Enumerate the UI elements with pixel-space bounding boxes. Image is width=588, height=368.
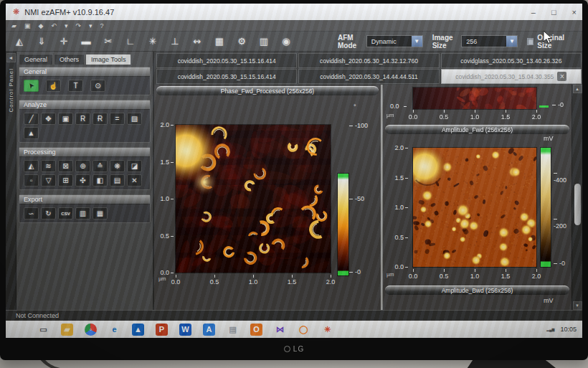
- undo-icon[interactable]: ↶: [51, 22, 57, 29]
- distance-tool[interactable]: ✥: [41, 113, 56, 125]
- frequency-sweep-icon[interactable]: ↭: [191, 36, 204, 47]
- original-size-checkbox[interactable]: [527, 38, 534, 45]
- tool-glyph: ▤: [114, 176, 120, 184]
- roughness-line-tool[interactable]: Ɍ: [93, 113, 108, 125]
- undo-menu-icon[interactable]: ▾: [65, 22, 68, 29]
- stage-control-icon[interactable]: ▬: [80, 36, 93, 47]
- region-analysis-tool[interactable]: ▣: [58, 113, 73, 125]
- clock[interactable]: 10:05: [560, 326, 577, 333]
- flatten-tool[interactable]: ≙: [93, 160, 108, 172]
- colorbar-min-marker: [539, 105, 549, 108]
- peak-count-tool[interactable]: ▲: [24, 127, 39, 139]
- force-curve-icon[interactable]: ∟: [124, 36, 137, 47]
- afm-mode-value: Dynamic: [367, 38, 412, 45]
- scrollbar-thumb[interactable]: [574, 184, 581, 225]
- tab-image-tools[interactable]: Image Tools: [85, 54, 131, 65]
- engage-crosshair-icon[interactable]: ✛: [57, 36, 70, 47]
- network-icon[interactable]: ▂▄▆: [546, 327, 554, 331]
- collapse-panel-icon[interactable]: ◄: [6, 53, 16, 62]
- phase-colorbar[interactable]: [338, 174, 348, 275]
- plane-level-tool[interactable]: ◭: [24, 160, 39, 172]
- line-level-tool[interactable]: ≋: [41, 160, 56, 172]
- redo-menu-icon[interactable]: ▾: [89, 22, 93, 29]
- laser-align-icon[interactable]: ✳: [146, 36, 159, 47]
- report-export-tool[interactable]: ▦: [93, 207, 108, 220]
- file-explorer-icon[interactable]: ▰: [61, 324, 73, 336]
- filter-tool[interactable]: ▽: [41, 174, 56, 187]
- crop-tool[interactable]: ◪: [127, 160, 142, 172]
- task-view-icon[interactable]: ▭: [37, 324, 49, 336]
- minimize-button[interactable]: –: [531, 8, 536, 16]
- zero-level-tool[interactable]: ⊠: [58, 160, 73, 172]
- roughness-tool[interactable]: R: [75, 113, 90, 125]
- maximize-button[interactable]: □: [551, 8, 556, 16]
- image-size-select[interactable]: 256 ▼: [461, 35, 518, 47]
- powerpoint-icon[interactable]: P: [156, 324, 168, 336]
- motor-control-icon[interactable]: ▦: [213, 36, 226, 47]
- step-height-tool[interactable]: =: [110, 113, 125, 125]
- amplitude-colorbar[interactable]: [541, 148, 551, 267]
- document-tab[interactable]: covidglass_2020.05.30_13.40.26.326: [441, 53, 582, 68]
- y-axis-tick-label: 0.0: [390, 102, 407, 110]
- gradient-x-tool[interactable]: ◧: [93, 174, 108, 187]
- gradient-y-tool[interactable]: ▤: [110, 174, 125, 187]
- marker-tool[interactable]: ⊙: [90, 80, 105, 92]
- autodesk-app-icon[interactable]: A: [203, 324, 215, 336]
- csv-export-tool[interactable]: CSV: [58, 207, 73, 220]
- document-tab[interactable]: coviddish_2020.05.30_15.15.16.414: [156, 69, 297, 84]
- approach-icon[interactable]: ⇓: [35, 36, 48, 47]
- purple-app-icon[interactable]: ⋈: [274, 324, 286, 336]
- scan-settings-icon[interactable]: ◭: [13, 36, 26, 47]
- hand-tool[interactable]: ☝: [46, 80, 61, 92]
- redo-icon[interactable]: ↷: [75, 22, 81, 29]
- document-tab[interactable]: coviddish_2020.05.30_14.32.12.760: [298, 53, 439, 68]
- close-tab-button[interactable]: X: [557, 72, 566, 81]
- blue-triangle-app-icon[interactable]: ▲: [132, 324, 144, 336]
- image-export-tool[interactable]: ▥: [75, 207, 90, 220]
- origin-app-icon[interactable]: O: [250, 324, 262, 336]
- curve-export-tool[interactable]: ∽: [24, 207, 39, 220]
- open-file-icon[interactable]: ▰: [11, 22, 16, 29]
- cut-icon[interactable]: ✂: [102, 36, 115, 47]
- phase-image[interactable]: [176, 125, 331, 273]
- line-profile-tool[interactable]: ╱: [24, 113, 39, 125]
- chrome-icon[interactable]: ◦: [85, 324, 97, 336]
- section-header: Export: [19, 195, 150, 204]
- document-tab[interactable]: coviddish_2020.05.30_15.15.16.414: [156, 53, 297, 68]
- amplitude-fwd-image[interactable]: [413, 148, 536, 267]
- scroll-up-icon[interactable]: ▲: [573, 85, 582, 93]
- word-icon[interactable]: W: [179, 324, 191, 336]
- probe-icon[interactable]: ⊥: [169, 36, 181, 47]
- tool-glyph: ▽: [46, 176, 52, 184]
- document-tab-active[interactable]: coviddish_2020.05.30_15.04.30.355 X: [441, 69, 582, 84]
- settings-gear-icon[interactable]: ⚙: [235, 36, 248, 47]
- ezafm-app-icon[interactable]: ✳: [321, 324, 333, 336]
- print-icon[interactable]: ◆: [38, 22, 43, 29]
- cursor-tool[interactable]: ➤: [24, 80, 39, 92]
- zoom-tool[interactable]: ⊕: [75, 160, 90, 172]
- tab-general[interactable]: General: [19, 54, 53, 65]
- rotate-export-tool[interactable]: ↻: [41, 207, 56, 220]
- matrix-filter-tool[interactable]: ⊞: [58, 174, 73, 187]
- save-icon[interactable]: ▣: [24, 22, 31, 29]
- image-display-icon[interactable]: ▥: [257, 36, 270, 47]
- resize-tool[interactable]: ▫: [24, 174, 39, 187]
- orange-ring-app-icon[interactable]: ◯: [298, 324, 310, 336]
- tool-glyph: ⊙: [95, 82, 100, 90]
- erase-lines-tool[interactable]: ✕: [127, 174, 142, 187]
- vertical-scrollbar[interactable]: ▲ ▼: [572, 85, 582, 310]
- grain-analysis-tool[interactable]: ▨: [127, 113, 142, 125]
- toggle-view-icon[interactable]: ◉: [280, 36, 293, 47]
- scroll-down-icon[interactable]: ▼: [573, 301, 582, 310]
- help-icon[interactable]: ?: [100, 22, 104, 29]
- text-tool[interactable]: T: [68, 80, 83, 92]
- sharpen-tool[interactable]: ✣: [75, 174, 90, 187]
- amplitude-strip-image[interactable]: [413, 88, 536, 109]
- document-tab[interactable]: coviddish_2020.05.30_14.44.44.511: [298, 69, 439, 84]
- afm-mode-select[interactable]: Dynamic ▼: [366, 35, 423, 47]
- tab-others[interactable]: Others: [54, 54, 85, 65]
- edge-icon[interactable]: e: [108, 324, 120, 336]
- document-app-icon[interactable]: ▤: [227, 324, 239, 336]
- close-button[interactable]: ×: [572, 8, 577, 16]
- fft-filter-tool[interactable]: ❋: [110, 160, 125, 172]
